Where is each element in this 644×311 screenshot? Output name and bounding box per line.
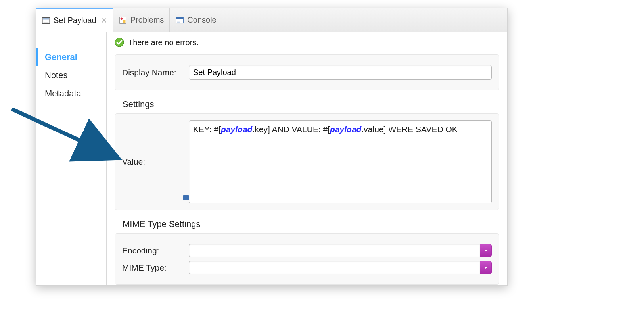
side-nav: General Notes Metadata: [36, 32, 107, 285]
mime-type-label: MIME Type:: [122, 263, 182, 273]
display-name-label: Display Name:: [122, 68, 182, 77]
tab-problems[interactable]: Problems: [113, 8, 170, 32]
tab-set-payload[interactable]: Set Payload ✕: [36, 8, 113, 32]
value-editor[interactable]: KEY: #[payload.key] AND VALUE: #[payload…: [189, 120, 492, 203]
tab-label: Problems: [130, 15, 164, 25]
mime-section-label: MIME Type Settings: [123, 219, 499, 229]
settings-section-label: Settings: [123, 99, 499, 109]
encoding-label: Encoding:: [122, 246, 182, 255]
side-item-metadata[interactable]: Metadata: [36, 84, 106, 103]
chevron-down-icon[interactable]: [480, 244, 492, 257]
mime-type-combo[interactable]: [189, 261, 492, 274]
display-name-group: Display Name:: [115, 54, 499, 90]
encoding-combo[interactable]: [189, 244, 492, 257]
tab-label: Console: [187, 15, 216, 25]
svg-rect-6: [123, 20, 126, 23]
chevron-down-icon[interactable]: [480, 261, 492, 274]
properties-panel: Set Payload ✕ Problems Console General N…: [36, 8, 508, 286]
svg-rect-1: [43, 18, 49, 19]
svg-point-5: [120, 17, 123, 20]
display-name-input[interactable]: [189, 65, 492, 80]
tab-bar: Set Payload ✕ Problems Console: [36, 8, 507, 32]
mime-group: Encoding: MIME Type:: [115, 233, 499, 285]
content-area: There are no errors. Display Name: Setti…: [107, 32, 507, 285]
console-icon: [175, 16, 184, 25]
set-payload-icon: [42, 16, 50, 25]
side-item-general[interactable]: General: [36, 48, 106, 66]
mime-type-input[interactable]: [189, 261, 480, 274]
status-row: There are no errors.: [115, 38, 499, 47]
status-text: There are no errors.: [128, 38, 199, 47]
body-area: General Notes Metadata There are no erro…: [36, 32, 507, 285]
ok-icon: [115, 38, 124, 47]
problems-icon: [119, 16, 127, 25]
close-icon[interactable]: ✕: [101, 16, 107, 25]
tab-console[interactable]: Console: [170, 8, 222, 32]
settings-group: Value: KEY: #[payload.key] AND VALUE: #[…: [115, 113, 499, 210]
info-icon[interactable]: i: [183, 195, 189, 200]
tab-label: Set Payload: [54, 16, 96, 25]
svg-rect-8: [176, 17, 183, 19]
side-item-notes[interactable]: Notes: [36, 66, 106, 84]
value-label: Value:: [122, 157, 182, 167]
encoding-input[interactable]: [189, 244, 480, 257]
